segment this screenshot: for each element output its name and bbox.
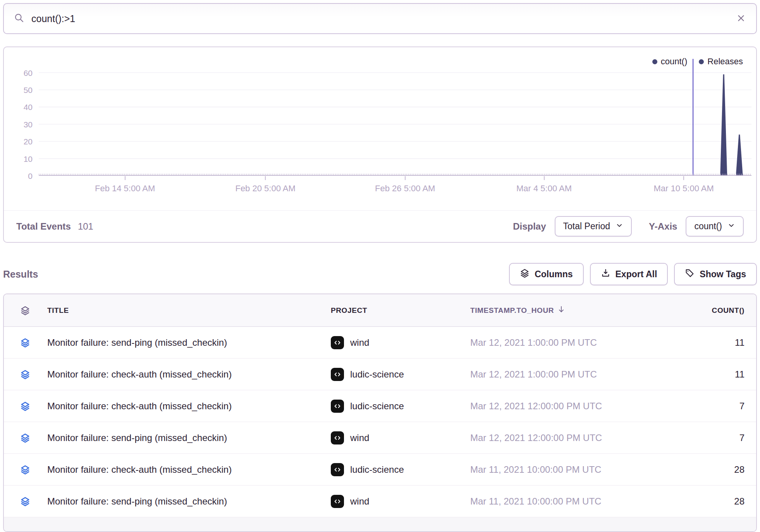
clear-search-button[interactable] — [736, 13, 746, 24]
total-events-value: 101 — [78, 221, 93, 232]
table-footer — [4, 517, 756, 532]
timestamp-cell: Mar 11, 2021 10:00:00 PM UTC — [466, 464, 660, 475]
x-axis-tick-mark — [405, 176, 406, 180]
yaxis-select-value: count() — [694, 221, 722, 232]
column-header-count[interactable]: COUNT() — [660, 306, 756, 315]
columns-button-label: Columns — [535, 269, 573, 280]
column-header-title[interactable]: TITLE — [45, 306, 327, 315]
chart-plot-area[interactable] — [39, 59, 751, 176]
event-title-link[interactable]: Monitor failure: send-ping (missed_check… — [45, 432, 327, 443]
y-axis-tick-label: 20 — [4, 137, 33, 146]
project-name: wind — [350, 496, 369, 507]
display-select-value: Total Period — [563, 221, 610, 232]
chevron-down-icon — [727, 221, 735, 232]
event-title-link[interactable]: Monitor failure: send-ping (missed_check… — [45, 496, 327, 507]
y-axis-tick-label: 0 — [4, 172, 33, 181]
project-cell: wind — [327, 336, 466, 349]
x-axis-tick-label: Mar 4 5:00 AM — [516, 184, 572, 194]
table-row[interactable]: Monitor failure: check-auth (missed_chec… — [4, 454, 756, 486]
search-bar — [3, 3, 757, 34]
show-tags-button[interactable]: Show Tags — [674, 263, 757, 285]
column-header-timestamp-label: TIMESTAMP.TO_HOUR — [470, 306, 554, 315]
yaxis-select[interactable]: count() — [686, 216, 744, 237]
table-header-row: TITLE PROJECT TIMESTAMP.TO_HOUR COUNT() — [4, 294, 756, 327]
event-title-link[interactable]: Monitor failure: check-auth (missed_chec… — [45, 369, 327, 380]
export-all-button-label: Export All — [616, 269, 657, 280]
project-platform-icon — [331, 495, 344, 508]
project-platform-icon — [331, 336, 344, 349]
yaxis-label: Y-Axis — [649, 221, 677, 232]
project-cell: ludic-science — [327, 368, 466, 381]
project-name: wind — [350, 337, 369, 348]
stack-icon — [20, 465, 30, 475]
project-name: ludic-science — [350, 464, 404, 475]
count-cell: 28 — [660, 464, 756, 475]
export-all-button[interactable]: Export All — [590, 263, 668, 285]
count-cell: 11 — [660, 369, 756, 380]
results-heading: Results — [3, 269, 38, 280]
project-cell: ludic-science — [327, 463, 466, 476]
x-axis-tick-mark — [544, 176, 545, 180]
event-title-link[interactable]: Monitor failure: send-ping (missed_check… — [45, 337, 327, 348]
column-header-project[interactable]: PROJECT — [327, 306, 466, 315]
tag-icon — [685, 268, 695, 280]
event-title-link[interactable]: Monitor failure: check-auth (missed_chec… — [45, 464, 327, 475]
count-cell: 28 — [660, 496, 756, 507]
column-header-timestamp[interactable]: TIMESTAMP.TO_HOUR — [466, 305, 660, 316]
project-cell: wind — [327, 431, 466, 444]
y-axis-tick-label: 50 — [4, 86, 33, 95]
header-icon-column — [4, 305, 45, 316]
event-title-link[interactable]: Monitor failure: check-auth (missed_chec… — [45, 401, 327, 412]
display-label: Display — [513, 221, 546, 232]
chart-canvas — [39, 59, 751, 176]
y-axis-tick-label: 30 — [4, 120, 33, 129]
x-axis-tick-label: Feb 20 5:00 AM — [235, 184, 295, 194]
count-cell: 7 — [660, 432, 756, 443]
project-platform-icon — [331, 368, 344, 381]
y-axis-tick-label: 10 — [4, 154, 33, 164]
display-select[interactable]: Total Period — [555, 216, 632, 237]
total-events-label: Total Events — [16, 221, 71, 232]
results-table: TITLE PROJECT TIMESTAMP.TO_HOUR COUNT() … — [3, 293, 757, 532]
project-name: ludic-science — [350, 369, 404, 380]
table-row[interactable]: Monitor failure: send-ping (missed_check… — [4, 486, 756, 517]
y-axis-tick-label: 40 — [4, 103, 33, 112]
timestamp-cell: Mar 12, 2021 1:00:00 PM UTC — [466, 369, 660, 380]
project-name: ludic-science — [350, 401, 404, 412]
project-platform-icon — [331, 463, 344, 476]
count-cell: 11 — [660, 337, 756, 348]
stack-icon — [520, 268, 530, 280]
stack-icon — [20, 401, 30, 411]
table-row[interactable]: Monitor failure: check-auth (missed_chec… — [4, 359, 756, 390]
stack-icon — [20, 338, 30, 348]
x-axis-tick-mark — [125, 176, 126, 180]
stack-icon — [20, 305, 30, 316]
x-axis-tick-label: Feb 26 5:00 AM — [375, 184, 435, 194]
columns-button[interactable]: Columns — [509, 263, 583, 285]
events-chart-panel: count() Releases Feb 14 5:00 AM Feb 20 5… — [3, 46, 757, 243]
project-cell: wind — [327, 495, 466, 508]
project-cell: ludic-science — [327, 400, 466, 413]
x-axis-tick-mark — [265, 176, 266, 180]
count-cell: 7 — [660, 401, 756, 412]
discover-page: count() Releases Feb 14 5:00 AM Feb 20 5… — [0, 0, 760, 532]
project-name: wind — [350, 432, 369, 443]
stack-icon — [20, 433, 30, 443]
timestamp-cell: Mar 12, 2021 12:00:00 PM UTC — [466, 432, 660, 443]
results-actions: Columns Export All Show Tags — [509, 263, 757, 285]
timestamp-cell: Mar 12, 2021 12:00:00 PM UTC — [466, 401, 660, 412]
table-row[interactable]: Monitor failure: send-ping (missed_check… — [4, 422, 756, 454]
table-row[interactable]: Monitor failure: check-auth (missed_chec… — [4, 390, 756, 422]
close-icon — [736, 13, 746, 24]
project-platform-icon — [331, 431, 344, 444]
results-bar: Results Columns Export All — [3, 263, 757, 286]
timestamp-cell: Mar 11, 2021 10:00:00 PM UTC — [466, 496, 660, 507]
download-icon — [601, 268, 610, 280]
timestamp-cell: Mar 12, 2021 1:00:00 PM UTC — [466, 337, 660, 348]
x-axis-tick-label: Feb 14 5:00 AM — [95, 184, 155, 194]
sort-desc-icon — [557, 305, 566, 316]
search-input[interactable] — [31, 13, 729, 24]
chart-controls-row: Total Events 101 Display Total Period Y-… — [4, 210, 756, 242]
stack-icon — [20, 496, 30, 506]
table-row[interactable]: Monitor failure: send-ping (missed_check… — [4, 327, 756, 359]
